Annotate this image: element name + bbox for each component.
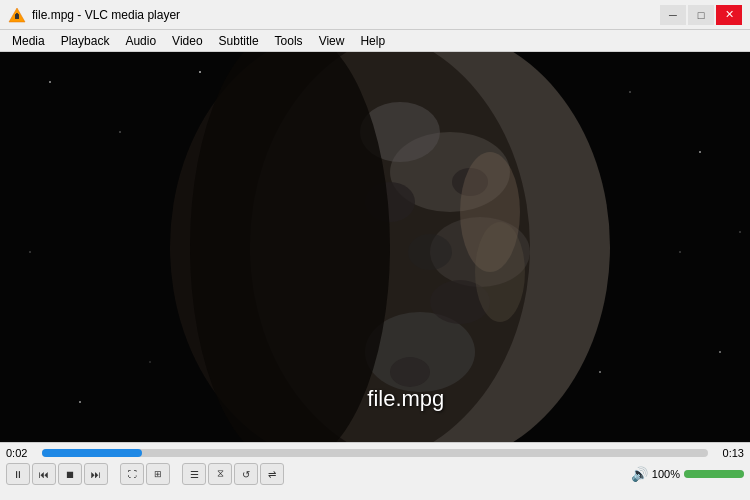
svg-point-12 — [79, 401, 81, 403]
svg-point-9 — [679, 251, 681, 253]
menu-item-media[interactable]: Media — [4, 30, 53, 51]
fullscreen-button[interactable]: ⛶ — [120, 463, 144, 485]
svg-point-6 — [199, 71, 201, 73]
pause-button[interactable]: ⏸ — [6, 463, 30, 485]
time-total: 0:13 — [714, 447, 744, 459]
effects-button[interactable]: ⧖ — [208, 463, 232, 485]
video-area: file.mpg — [0, 52, 750, 442]
shuffle-button[interactable]: ⇌ — [260, 463, 284, 485]
menu-item-view[interactable]: View — [311, 30, 353, 51]
filename-overlay: file.mpg — [367, 386, 444, 412]
svg-point-15 — [739, 231, 741, 233]
controls-bar: 0:02 0:13 ⏸ ⏮ ⏹ ⏭ ⛶ ⊞ ☰ ⧖ ↺ ⇌ 🔊 100% — [0, 442, 750, 500]
maximize-button[interactable]: □ — [688, 5, 714, 25]
svg-point-7 — [629, 91, 631, 93]
seek-bar-fill — [42, 449, 142, 457]
volume-bar-fill — [684, 470, 744, 478]
svg-point-11 — [29, 251, 31, 253]
svg-point-24 — [390, 357, 430, 387]
title-bar: file.mpg - VLC media player ─ □ ✕ — [0, 0, 750, 30]
vlc-logo-icon — [8, 6, 26, 24]
menu-item-subtitle[interactable]: Subtitle — [211, 30, 267, 51]
svg-point-13 — [149, 361, 151, 363]
svg-point-28 — [475, 222, 525, 322]
loop-button[interactable]: ↺ — [234, 463, 258, 485]
svg-point-4 — [49, 81, 51, 83]
extended-button[interactable]: ⊞ — [146, 463, 170, 485]
volume-bar[interactable] — [684, 470, 744, 478]
seek-row: 0:02 0:13 — [6, 447, 744, 459]
svg-point-29 — [190, 52, 390, 442]
svg-point-8 — [699, 151, 701, 153]
prev-button[interactable]: ⏮ — [32, 463, 56, 485]
volume-icon: 🔊 — [631, 466, 648, 482]
menu-item-playback[interactable]: Playback — [53, 30, 118, 51]
video-content: file.mpg — [0, 52, 750, 442]
svg-point-10 — [719, 351, 721, 353]
window-title: file.mpg - VLC media player — [32, 8, 180, 22]
svg-rect-2 — [16, 13, 18, 15]
menu-item-audio[interactable]: Audio — [117, 30, 164, 51]
svg-point-14 — [599, 371, 601, 373]
title-left: file.mpg - VLC media player — [8, 6, 180, 24]
next-button[interactable]: ⏭ — [84, 463, 108, 485]
menu-bar: MediaPlaybackAudioVideoSubtitleToolsView… — [0, 30, 750, 52]
minimize-button[interactable]: ─ — [660, 5, 686, 25]
playlist-button[interactable]: ☰ — [182, 463, 206, 485]
seek-bar[interactable] — [42, 449, 708, 457]
menu-item-tools[interactable]: Tools — [267, 30, 311, 51]
time-current: 0:02 — [6, 447, 36, 459]
svg-point-5 — [119, 131, 121, 133]
volume-label: 100% — [652, 468, 680, 480]
video-background — [0, 52, 750, 442]
stop-button[interactable]: ⏹ — [58, 463, 82, 485]
buttons-row: ⏸ ⏮ ⏹ ⏭ ⛶ ⊞ ☰ ⧖ ↺ ⇌ 🔊 100% — [6, 463, 744, 485]
menu-item-video[interactable]: Video — [164, 30, 210, 51]
svg-point-26 — [408, 234, 452, 270]
window-controls: ─ □ ✕ — [660, 5, 742, 25]
close-button[interactable]: ✕ — [716, 5, 742, 25]
volume-area: 🔊 100% — [631, 466, 744, 482]
menu-item-help[interactable]: Help — [352, 30, 393, 51]
